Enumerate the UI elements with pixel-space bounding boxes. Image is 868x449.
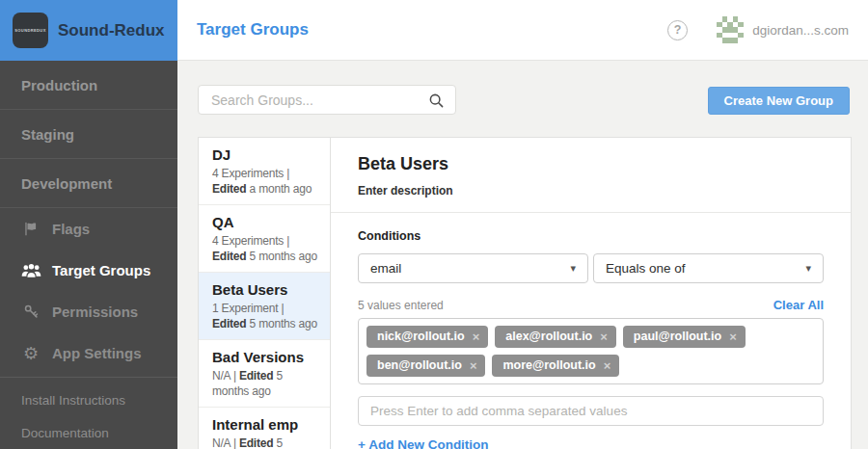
- value-tag: more@rollout.io×: [492, 355, 619, 377]
- sidebar-item-install-instructions[interactable]: Install Instructions: [0, 383, 177, 416]
- group-meta: 4 Experiments | Edited a month ago: [212, 166, 319, 197]
- create-new-group-button[interactable]: Create New Group: [708, 87, 850, 115]
- group-list-item[interactable]: Internal emp N/A | Edited 5 months ago: [199, 408, 330, 449]
- app-logo-text: SOUNDREDUX: [14, 28, 45, 33]
- sidebar-item-flags[interactable]: Flags: [0, 208, 177, 250]
- remove-value-icon[interactable]: ×: [600, 330, 608, 343]
- top-bar: Target Groups ? dgiordan...s.com: [177, 0, 868, 61]
- value-tag-text: alex@rollout.io: [505, 330, 592, 343]
- clear-all-link[interactable]: Clear All: [773, 298, 824, 312]
- value-tag-text: nick@rollout.io: [377, 330, 465, 343]
- remove-value-icon[interactable]: ×: [473, 330, 480, 343]
- value-tag: nick@rollout.io×: [366, 326, 488, 348]
- sidebar-item-permissions[interactable]: Permissions: [0, 291, 177, 332]
- gear-icon: ⚙: [20, 344, 41, 363]
- group-list-item[interactable]: Bad Versions N/A | Edited 5 months ago: [199, 340, 330, 408]
- value-tag: paul@rollout.io×: [623, 326, 746, 348]
- sidebar-item-label: Flags: [52, 221, 90, 237]
- sidebar-item-production[interactable]: Production: [0, 61, 177, 110]
- group-meta: N/A | Edited 5 months ago: [212, 368, 319, 399]
- group-name: QA: [212, 214, 319, 231]
- user-menu[interactable]: dgiordan...s.com: [717, 16, 849, 43]
- operator-dropdown[interactable]: Equals one of ▾: [593, 253, 824, 283]
- sidebar-item-documentation[interactable]: Documentation: [0, 416, 177, 449]
- sidebar-item-label: Permissions: [52, 304, 138, 320]
- group-meta: 1 Experiment | Edited 5 months ago: [212, 301, 319, 331]
- group-meta: 4 Experiments | Edited 5 months ago: [212, 233, 319, 264]
- group-list-item[interactable]: QA 4 Experiments | Edited 5 months ago: [199, 205, 330, 273]
- search-icon[interactable]: [428, 92, 445, 113]
- property-dropdown[interactable]: email ▾: [358, 253, 588, 283]
- group-list-item[interactable]: Beta Users 1 Experiment | Edited 5 month…: [199, 273, 330, 340]
- sidebar-item-label: Development: [21, 175, 112, 192]
- group-detail-panel: Beta Users Enter description Conditions …: [331, 137, 852, 449]
- sidebar-item-label: Documentation: [21, 426, 109, 440]
- sidebar-item-app-settings[interactable]: ⚙ App Settings: [0, 332, 177, 374]
- add-values-input[interactable]: [358, 396, 824, 426]
- sidebar-item-development[interactable]: Development: [0, 159, 177, 208]
- app-logo: SOUNDREDUX: [13, 13, 48, 48]
- operator-dropdown-value: Equals one of: [606, 261, 686, 276]
- remove-value-icon[interactable]: ×: [470, 359, 477, 372]
- page-title: Target Groups: [197, 20, 309, 40]
- content-area: Create New Group DJ 4 Experiments | Edit…: [177, 61, 868, 449]
- group-list-item[interactable]: DJ 4 Experiments | Edited a month ago: [199, 138, 330, 205]
- sidebar-item-label: App Settings: [52, 345, 142, 361]
- value-tag: alex@rollout.io×: [495, 326, 616, 348]
- sidebar-item-label: Staging: [21, 126, 74, 143]
- remove-value-icon[interactable]: ×: [604, 359, 611, 372]
- sidebar-item-label: Install Instructions: [21, 393, 125, 408]
- group-name: Beta Users: [212, 281, 319, 299]
- values-tag-box[interactable]: nick@rollout.io×alex@rollout.io×paul@rol…: [358, 318, 824, 384]
- group-name: Bad Versions: [212, 349, 319, 366]
- user-email: dgiordan...s.com: [752, 23, 849, 38]
- group-description-field[interactable]: Enter description: [358, 184, 824, 198]
- sidebar-item-label: Production: [21, 77, 97, 93]
- people-icon: [20, 261, 41, 280]
- search-box: [198, 85, 456, 115]
- remove-value-icon[interactable]: ×: [729, 330, 737, 343]
- value-tag-text: more@rollout.io: [502, 358, 595, 372]
- group-title: Beta Users: [358, 154, 824, 174]
- value-tag: ben@rollout.io×: [366, 355, 485, 377]
- flag-icon: [20, 220, 41, 239]
- property-dropdown-value: email: [370, 261, 401, 276]
- app-brand[interactable]: SOUNDREDUX Sound-Redux: [0, 0, 177, 61]
- sidebar-item-label: Target Groups: [52, 262, 150, 278]
- group-name: DJ: [212, 146, 319, 164]
- add-new-condition-link[interactable]: + Add New Condition: [358, 437, 824, 449]
- group-meta: N/A | Edited 5 months ago: [212, 436, 319, 449]
- group-name: Internal emp: [212, 416, 319, 434]
- avatar: [717, 16, 744, 43]
- search-input[interactable]: [199, 86, 455, 114]
- conditions-label: Conditions: [358, 229, 824, 243]
- group-list: DJ 4 Experiments | Edited a month ago QA…: [198, 137, 331, 449]
- key-icon: [20, 303, 41, 322]
- sidebar-item-staging[interactable]: Staging: [0, 110, 177, 159]
- app-name: Sound-Redux: [58, 21, 165, 40]
- chevron-down-icon: ▾: [805, 262, 811, 275]
- help-icon[interactable]: ?: [667, 20, 688, 40]
- values-count: 5 values entered: [358, 299, 444, 312]
- chevron-down-icon: ▾: [570, 262, 576, 275]
- sidebar-item-target-groups[interactable]: Target Groups: [0, 250, 177, 291]
- main-area: Target Groups ? dgiordan...s.com: [177, 0, 868, 449]
- value-tag-text: paul@rollout.io: [634, 330, 721, 343]
- value-tag-text: ben@rollout.io: [377, 358, 462, 372]
- sidebar: SOUNDREDUX Sound-Redux Production Stagin…: [0, 0, 177, 449]
